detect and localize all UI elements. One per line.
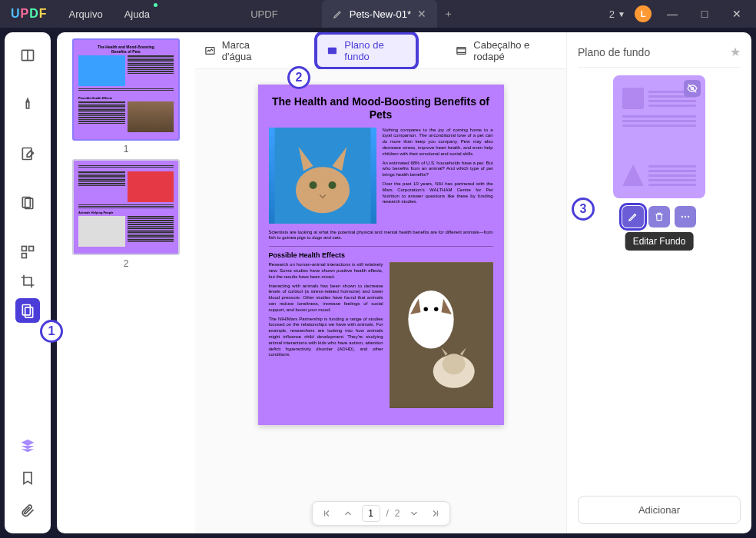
page-view: The Health and Mood-Boosting Benefits of… — [258, 85, 504, 425]
svg-rect-7 — [22, 305, 30, 315]
trash-icon — [654, 211, 665, 222]
menu-help[interactable]: Ajuda — [114, 0, 161, 28]
last-page-button[interactable] — [428, 506, 443, 521]
svg-point-19 — [423, 307, 427, 311]
tab-document[interactable]: Pets-New-01* ✕ — [322, 0, 437, 28]
window-minimize[interactable]: — — [661, 8, 684, 20]
header-footer-icon — [456, 45, 467, 57]
background-panel: Plano de fundo ★ — [567, 32, 751, 533]
sidebar-edit[interactable] — [15, 141, 40, 166]
page-navigator: / 2 — [311, 501, 449, 526]
page-toolbar: Marca d'água Plano de fundo Cabeçalho e … — [195, 32, 566, 69]
add-background-button[interactable]: Adicionar — [578, 496, 741, 524]
sidebar-crop[interactable] — [15, 269, 40, 294]
app-logo: UPDF — [0, 7, 58, 21]
eye-off-icon — [687, 83, 698, 94]
prev-page-button[interactable] — [340, 506, 355, 521]
svg-point-20 — [434, 307, 438, 311]
page-separator: / — [386, 508, 388, 519]
window-close[interactable]: ✕ — [725, 8, 748, 20]
doc-title: The Health and Mood-Boosting Benefits of… — [269, 95, 493, 121]
panel-title: Plano de fundo — [578, 46, 650, 58]
svg-rect-10 — [328, 47, 337, 54]
svg-rect-8 — [25, 307, 33, 317]
svg-rect-6 — [22, 254, 27, 258]
thumbnail-label: 1 — [124, 144, 129, 154]
edit-background-button[interactable] — [622, 206, 644, 227]
window-maximize[interactable]: □ — [693, 8, 716, 20]
user-count[interactable]: 2 ▼ — [609, 8, 625, 20]
tab-close-icon[interactable]: ✕ — [417, 8, 426, 20]
page-input[interactable] — [361, 505, 380, 522]
page-total: 2 — [395, 508, 400, 519]
sidebar-bookmark[interactable] — [15, 466, 40, 490]
thumbnail-panel: The Health and Mood-BoostingBenefits of … — [57, 32, 195, 533]
svg-point-13 — [296, 167, 350, 213]
tab-home[interactable]: UPDF — [207, 0, 322, 28]
sidebar-reader[interactable] — [15, 43, 40, 68]
user-avatar[interactable]: L — [635, 5, 652, 22]
doc-heading: Possible Health Effects — [269, 251, 493, 259]
favorite-icon[interactable]: ★ — [730, 45, 741, 59]
thumbnail-page-1[interactable]: The Health and Mood-BoostingBenefits of … — [63, 38, 189, 154]
svg-point-24 — [681, 216, 683, 218]
image-cat — [269, 128, 376, 224]
next-page-button[interactable] — [406, 506, 422, 521]
sidebar-form[interactable] — [15, 240, 40, 264]
background-preview[interactable] — [613, 75, 705, 198]
sidebar-page-tools[interactable] — [15, 298, 40, 323]
svg-point-18 — [416, 296, 446, 329]
edit-tooltip: Editar Fundo — [625, 232, 694, 251]
thumbnail-label: 2 — [124, 258, 129, 269]
svg-rect-4 — [22, 247, 27, 251]
sidebar-comment[interactable] — [15, 92, 40, 117]
menu-file[interactable]: Arquivo — [58, 0, 114, 28]
header-footer-button[interactable]: Cabeçalho e rodapé — [446, 35, 566, 67]
tab-add-button[interactable]: ＋ — [437, 0, 460, 28]
background-icon — [327, 45, 338, 57]
thumbnail-page-2[interactable]: Animals Helping People 2 — [63, 159, 189, 269]
document-canvas[interactable]: The Health and Mood-Boosting Benefits of… — [195, 69, 566, 533]
svg-rect-5 — [29, 247, 34, 251]
watermark-button[interactable]: Marca d'água — [195, 35, 287, 67]
more-background-button[interactable] — [675, 206, 696, 227]
delete-background-button[interactable] — [648, 206, 670, 227]
first-page-button[interactable] — [318, 506, 333, 521]
visibility-toggle[interactable] — [684, 80, 701, 97]
svg-point-15 — [328, 181, 336, 189]
sidebar-attachment[interactable] — [15, 498, 40, 523]
sidebar-layers[interactable] — [15, 433, 40, 458]
sidebar-organize[interactable] — [15, 191, 40, 215]
watermark-icon — [204, 45, 216, 57]
svg-point-22 — [442, 354, 465, 374]
svg-point-14 — [309, 181, 317, 189]
svg-point-26 — [688, 216, 689, 218]
titlebar: UPDF Arquivo Ajuda UPDF Pets-New-01* ✕ ＋… — [0, 0, 756, 28]
sidebar — [5, 32, 51, 533]
pencil-icon — [628, 211, 638, 222]
background-button[interactable]: Plano de fundo — [317, 35, 416, 67]
pencil-icon — [333, 8, 343, 19]
svg-point-25 — [685, 216, 686, 218]
more-icon — [680, 211, 691, 222]
image-dog-cat — [390, 262, 493, 408]
